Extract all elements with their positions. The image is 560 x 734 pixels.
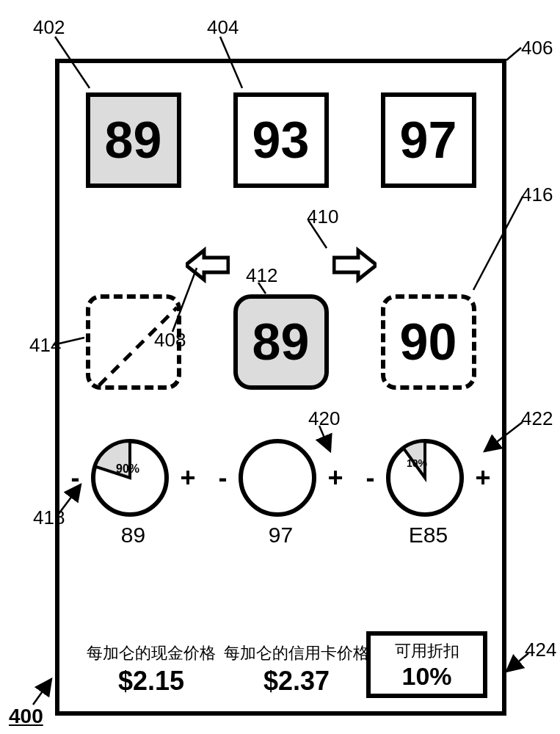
callout-418: 418 [33, 506, 65, 529]
pie-e85-slice-label: 10% [407, 457, 428, 469]
pie-89-sublabel: 89 [121, 523, 145, 548]
callout-420: 420 [308, 407, 340, 430]
svg-marker-0 [186, 250, 228, 280]
arrow-left-icon[interactable] [186, 247, 230, 283]
pie-89: - 90% + 89 [71, 437, 196, 548]
callout-408: 408 [154, 329, 186, 352]
pie-e85-minus[interactable]: - [366, 462, 375, 493]
credit-price-label: 每加仑的信用卡价格 [219, 642, 374, 664]
octane-tile-97[interactable]: 97 [381, 92, 476, 188]
cash-price-value: $2.15 [81, 666, 221, 697]
callout-410: 410 [307, 206, 338, 228]
callout-424: 424 [525, 639, 556, 661]
octane-tile-89[interactable]: 89 [86, 92, 181, 188]
callout-416: 416 [521, 184, 553, 206]
arrow-right-icon[interactable] [332, 247, 377, 283]
pie-97-minus[interactable]: - [219, 462, 228, 493]
pie-89-slice-label: 90% [116, 462, 139, 475]
pie-chart-89-icon: 90% [90, 437, 170, 518]
pie-e85-plus[interactable]: + [475, 462, 490, 493]
svg-line-9 [506, 48, 521, 60]
callout-414: 414 [29, 334, 61, 357]
cash-price-label: 每加仑的现金价格 [81, 642, 221, 664]
discount-value: 10% [374, 662, 480, 691]
callout-422: 422 [521, 407, 553, 430]
pie-89-minus[interactable]: - [71, 462, 80, 493]
figure-number: 400 [9, 705, 43, 728]
pie-chart-e85-icon: 10% [385, 437, 465, 518]
blend-tile-90[interactable]: 90 [381, 294, 476, 390]
callout-402: 402 [33, 16, 65, 39]
pie-89-plus[interactable]: + [180, 462, 195, 493]
callout-412: 412 [246, 264, 277, 287]
pie-e85-sublabel: E85 [409, 523, 448, 548]
cash-price-block: 每加仑的现金价格 $2.15 [81, 642, 221, 697]
display-panel: 89 93 97 89 90 - 90% + [55, 59, 506, 716]
pie-97-plus[interactable]: + [327, 462, 343, 493]
pie-chart-97-icon [237, 437, 318, 518]
discount-label: 可用折扣 [374, 640, 480, 662]
octane-tile-93[interactable]: 93 [233, 92, 329, 188]
discount-box: 可用折扣 10% [366, 631, 487, 698]
pie-97: - + 97 [219, 437, 343, 548]
pie-97-sublabel: 97 [269, 523, 293, 548]
svg-point-4 [241, 441, 314, 515]
pie-e85: - 10% + E85 [366, 437, 491, 548]
callout-406: 406 [521, 37, 553, 59]
svg-line-6 [33, 679, 51, 705]
callout-404: 404 [207, 16, 239, 39]
credit-price-block: 每加仑的信用卡价格 $2.37 [219, 642, 374, 697]
svg-marker-1 [334, 250, 377, 280]
credit-price-value: $2.37 [219, 666, 374, 697]
blend-tile-89[interactable]: 89 [233, 294, 329, 390]
